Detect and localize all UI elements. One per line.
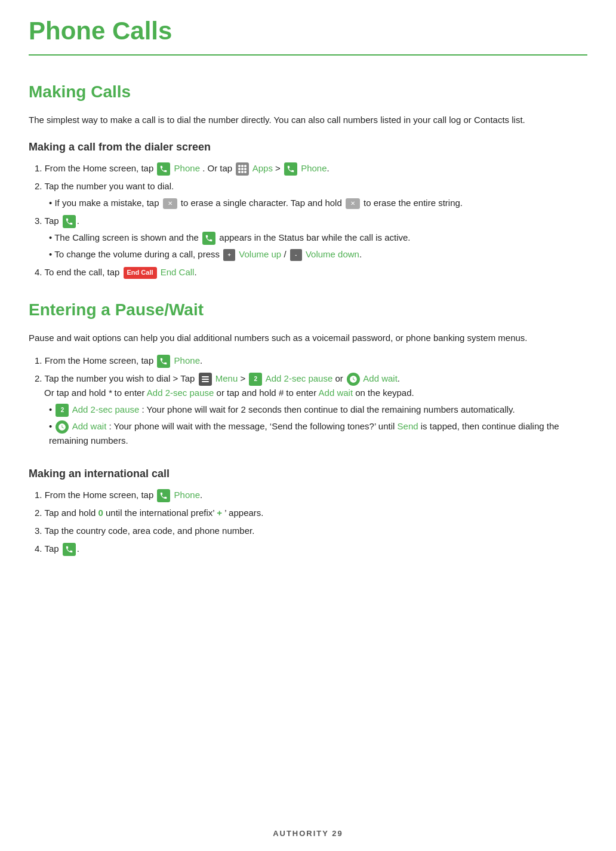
step1-gt: > <box>275 163 281 173</box>
phone-icon-1 <box>157 162 170 176</box>
vol-up-label: Volume up <box>239 249 281 259</box>
pause-sub-bullets: 2 Add 2-sec pause : Your phone will wait… <box>35 403 587 448</box>
int-step4-pre: 4. Tap <box>35 543 59 554</box>
pause-step-1: 1. From the Home screen, tap Phone. <box>35 354 587 368</box>
int-step2-pre: 2. Tap and hold <box>35 508 96 518</box>
pause-step2-end: . <box>398 373 400 383</box>
step3-bullets: The Calling screen is shown and the appe… <box>35 231 587 262</box>
step1-phone2-label: Phone <box>301 163 327 173</box>
dialer-step-2: 2. Tap the number you want to dial. If y… <box>35 179 587 210</box>
step3-bullet-2: To change the volume during a call, pres… <box>49 247 587 262</box>
int-step-1: 1. From the Home screen, tap Phone. <box>35 488 587 502</box>
pause-step2-menu: Menu <box>215 373 238 383</box>
int-step1-phone: Phone <box>174 490 200 500</box>
step1-text: 1. From the Home screen, tap <box>35 163 153 173</box>
pause-step1-pre: 1. From the Home screen, tap <box>35 355 153 365</box>
volume-up-icon: + <box>223 249 235 261</box>
step2-bullet-pre: If you make a mistake, tap <box>54 198 159 208</box>
pause-wait-title: Entering a Pause/Wait <box>29 297 587 322</box>
step3-text: 3. Tap <box>35 216 59 226</box>
step4-pre: 4. To end the call, tap <box>35 267 119 277</box>
step4-end: . <box>194 267 196 277</box>
dialer-step-4: 4. To end the call, tap End Call End Cal… <box>35 265 587 279</box>
dialer-screen-title: Making a call from the dialer screen <box>29 139 587 155</box>
dialer-step-1: 1. From the Home screen, tap Phone . Or … <box>35 161 587 176</box>
apps-icon <box>236 162 249 176</box>
page-title: Phone Calls <box>29 12 587 56</box>
volume-down-icon: - <box>290 249 302 261</box>
pause-step1-end: . <box>200 355 202 365</box>
step3-end: . <box>77 216 79 226</box>
int-step2-plus: + <box>217 508 222 518</box>
step3-bullet1-pre: The Calling screen is shown and the <box>54 232 199 242</box>
wait-bullet-text: : Your phone will wait with the message,… <box>109 421 395 431</box>
vol-down-label: Volume down <box>306 249 359 259</box>
pause-step-2: 2. Tap the number you wish to dial > Tap… <box>35 371 587 448</box>
end-call-badge: End Call <box>124 267 157 279</box>
int-step-3: 3. Tap the country code, area code, and … <box>35 524 587 538</box>
pause-step2-pause-label: Add 2-sec pause <box>266 373 333 383</box>
international-call-title: Making an international call <box>29 466 587 482</box>
erase-icon-2: ✕ <box>346 198 360 209</box>
step2-bullet-to: to erase a single character. Tap and hol… <box>181 198 342 208</box>
pause-2sec-icon: 2 <box>249 373 262 386</box>
wait-bullet-icon <box>56 420 69 434</box>
making-calls-title: Making Calls <box>29 79 587 105</box>
int-step2-end: ’ appears. <box>224 508 263 518</box>
step2-bullet: If you make a mistake, tap ✕ to erase a … <box>49 196 587 210</box>
phone-icon-status <box>202 232 215 245</box>
pause-bullet-icon: 2 <box>56 404 69 417</box>
int-step1-pre: 1. From the Home screen, tap <box>35 490 153 500</box>
int-step4-end: . <box>77 543 79 554</box>
step3-bullet-1: The Calling screen is shown and the appe… <box>49 231 587 245</box>
step2-bullets: If you make a mistake, tap ✕ to erase a … <box>35 196 587 210</box>
int-step3-text: 3. Tap the country code, area code, and … <box>35 526 254 536</box>
dialer-step-3: 3. Tap . The Calling screen is shown and… <box>35 214 587 262</box>
wait-icon <box>347 373 360 386</box>
international-call-section: Making an international call 1. From the… <box>29 466 587 556</box>
phone-icon-int1 <box>157 489 170 502</box>
phone-icon-3 <box>63 215 76 228</box>
pause-bullet-1: 2 Add 2-sec pause : Your phone will wait… <box>49 403 587 417</box>
phone-icon-2 <box>284 162 297 176</box>
pause-step2-gt: > <box>240 373 248 383</box>
int-step2-zero: 0 <box>98 508 103 518</box>
pause-bullet-text: : Your phone will wait for 2 seconds the… <box>142 404 515 414</box>
dialer-steps-list: 1. From the Home screen, tap Phone . Or … <box>29 161 587 279</box>
step3-bullet2-pre: To change the volume during a call, pres… <box>54 249 220 259</box>
pause-wait-intro: Pause and wait options can help you dial… <box>29 331 587 345</box>
hash-char: # <box>279 388 284 398</box>
int-step1-end: . <box>200 490 202 500</box>
pause-bullet-icon-label: Add 2-sec pause <box>72 404 140 414</box>
step1-or: . Or tap <box>202 163 232 173</box>
step1-apps-label: Apps <box>252 163 273 173</box>
international-steps-list: 1. From the Home screen, tap Phone. 2. T… <box>29 488 587 556</box>
pause-bullet-2: Add wait : Your phone will wait with the… <box>49 419 587 448</box>
int-step-4: 4. Tap . <box>35 542 587 556</box>
phone-icon-int4 <box>63 543 76 556</box>
step2-bullet-end: to erase the entire string. <box>364 198 463 208</box>
vol-slash: / <box>284 249 288 259</box>
step1-end: . <box>327 163 329 173</box>
page-footer: AUTHORITY 29 <box>0 828 616 840</box>
wait-bullet-send: Send <box>398 421 418 431</box>
page-container: Phone Calls Making Calls The simplest wa… <box>0 0 616 610</box>
asterisk-char: * <box>109 388 112 398</box>
pause-step1-phone: Phone <box>174 355 200 365</box>
step1-phone-label: Phone <box>174 163 200 173</box>
pause-steps-list: 1. From the Home screen, tap Phone. 2. T… <box>29 354 587 448</box>
pause-step2-wait-label: Add wait <box>363 373 398 383</box>
step3-bullet2-end: . <box>359 249 362 259</box>
step3-bullet1-end: appears in the Status bar while the call… <box>219 232 410 242</box>
pause-step2-pre: 2. Tap the number you wish to dial > Tap <box>35 373 195 383</box>
int-step-2: 2. Tap and hold 0 until the internationa… <box>35 506 587 520</box>
step2-text: 2. Tap the number you want to dial. <box>35 181 174 191</box>
erase-icon-1: ✕ <box>163 198 177 209</box>
end-call-label: End Call <box>161 267 195 277</box>
int-step2-mid: until the international prefix’ <box>106 508 214 518</box>
menu-icon <box>199 373 212 386</box>
pause-wait-section: Entering a Pause/Wait Pause and wait opt… <box>29 297 587 448</box>
pause-step2-or: or <box>335 373 346 383</box>
pause-step2-line2-pre: Or tap and hold * to enter Add 2-sec pau… <box>35 388 414 398</box>
wait-bullet-icon-label: Add wait <box>72 421 107 431</box>
